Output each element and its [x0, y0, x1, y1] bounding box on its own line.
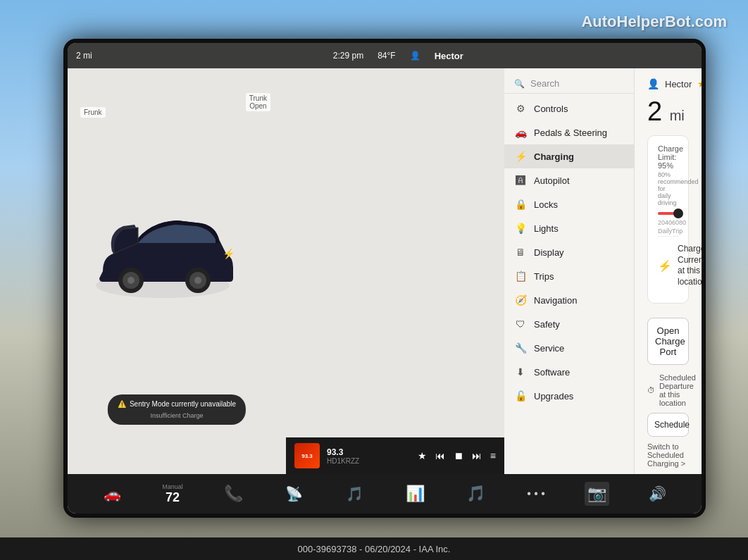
daily-label: Daily — [658, 228, 672, 235]
trip-label: Trip — [672, 228, 682, 235]
trips-icon: 📋 — [514, 270, 527, 282]
menu-item-trips[interactable]: 📋 Trips — [504, 264, 634, 288]
safety-label: Safety — [534, 319, 560, 330]
slider-mark-60: 60 — [672, 219, 679, 226]
favorite-button[interactable]: ★ — [418, 450, 427, 461]
taskbar-camera[interactable]: 📷 — [566, 482, 627, 506]
status-bar: 2 mi 2:29 pm 84°F 👤 Hector — [68, 43, 702, 68]
lights-label: Lights — [534, 223, 559, 234]
taskbar-volume[interactable]: 🔊 — [627, 485, 687, 502]
menu-item-safety[interactable]: 🛡 Safety — [504, 312, 634, 336]
service-label: Service — [534, 343, 564, 354]
bottom-bar: 000-39693738 - 06/20/2024 - IAA Inc. — [0, 537, 748, 560]
main-content: Frunk TrunkOpen — [68, 68, 702, 474]
car-image-container: ⚡ — [85, 201, 268, 342]
charging-icon: ⚡ — [514, 151, 527, 162]
charge-slider-thumb[interactable] — [673, 209, 683, 218]
software-label: Software — [534, 367, 570, 378]
search-icon: 🔍 — [514, 79, 525, 89]
upgrades-label: Upgrades — [534, 391, 573, 402]
charge-slider-track[interactable] — [658, 212, 678, 215]
taskbar-phone[interactable]: 📞 — [203, 485, 263, 503]
menu-item-pedals[interactable]: 🚗 Pedals & Steering — [504, 120, 634, 144]
next-button[interactable]: ⏭ — [472, 450, 482, 461]
upgrades-icon: 🔓 — [514, 390, 527, 402]
menu-item-autopilot[interactable]: 🅰 Autopilot — [504, 168, 634, 192]
status-distance: 2 mi — [76, 51, 92, 61]
menu-item-controls[interactable]: ⚙ Controls — [504, 97, 634, 120]
frunk-label: Frunk — [80, 107, 106, 118]
menu-item-lights[interactable]: 💡 Lights — [504, 216, 634, 240]
trunk-label: TrunkOpen — [246, 93, 270, 111]
menu-panel: 🔍 Search ⚙ Controls 🚗 Pedals & Steering … — [504, 68, 635, 474]
menu-item-service[interactable]: 🔧 Service — [504, 336, 634, 360]
taskbar-audio[interactable]: 🎵 — [324, 485, 385, 502]
menu-item-charging[interactable]: ⚡ Charging — [504, 144, 634, 168]
user-name: Hector — [665, 79, 692, 89]
taskbar-wifi[interactable]: 📡 — [263, 485, 324, 502]
status-temp: 84°F — [378, 51, 395, 61]
music-call: HD1KRZZ — [327, 457, 411, 465]
status-time: 2:29 pm — [333, 51, 363, 61]
camera-icon: 📷 — [585, 482, 609, 506]
range-display: 2 mi — [647, 97, 689, 127]
svg-point-6 — [194, 277, 201, 284]
locks-icon: 🔒 — [514, 199, 527, 210]
range-value: 2 — [647, 97, 662, 126]
tesla-screen: 2 mi 2:29 pm 84°F 👤 Hector Frunk TrunkOp… — [68, 43, 702, 514]
open-charge-port-button[interactable]: Open Charge Port — [647, 318, 689, 365]
phone-icon: 📞 — [224, 485, 243, 503]
stop-button[interactable]: ⏹ — [454, 450, 463, 461]
user-actions: ★ 👤 ✕ ⊞ — [697, 78, 702, 89]
prev-button[interactable]: ⏮ — [435, 450, 445, 461]
menu-item-navigation[interactable]: 🧭 Navigation — [504, 288, 634, 312]
taskbar-music[interactable]: 🎵 — [445, 485, 506, 503]
taskbar-temperature[interactable]: Manual 72 — [142, 483, 203, 505]
music-bar: 93.3 93.3 HD1KRZZ ★ ⏮ ⏹ ⏭ ≡ — [286, 437, 504, 474]
music-controls[interactable]: ★ ⏮ ⏹ ⏭ ≡ — [418, 450, 496, 461]
menu-item-upgrades[interactable]: 🔓 Upgrades — [504, 384, 634, 408]
slider-mark-20: 20 — [658, 219, 665, 226]
menu-button[interactable]: ≡ — [490, 450, 496, 461]
status-user-icon: 👤 — [410, 51, 420, 61]
software-icon: ⬇ — [514, 366, 527, 378]
taskbar-car[interactable]: 🚗 — [82, 485, 142, 502]
right-panel: 👤 Hector ★ 👤 ✕ ⊞ 2 mi Charge Lim — [635, 68, 702, 474]
car-panel: Frunk TrunkOpen — [68, 68, 286, 474]
menu-search[interactable]: 🔍 Search — [504, 74, 634, 94]
trips-label: Trips — [534, 271, 554, 282]
charge-limit-sub: 80% recommended for daily driving — [658, 171, 678, 206]
taskbar-more[interactable]: • • • — [506, 487, 566, 500]
more-icon: • • • — [527, 487, 545, 500]
search-label: Search — [530, 78, 559, 89]
menu-item-display[interactable]: 🖥 Display — [504, 240, 634, 264]
music-station: 93.3 — [327, 447, 411, 457]
star-icon[interactable]: ★ — [697, 78, 702, 89]
menu-item-locks[interactable]: 🔒 Locks — [504, 192, 634, 216]
music-app-icon: 🎵 — [466, 485, 485, 503]
range-unit: mi — [670, 108, 685, 123]
taskbar-equalizer[interactable]: 📊 — [385, 485, 445, 503]
clock-icon: ⏱ — [647, 386, 655, 394]
charging-label: Charging — [534, 151, 574, 162]
menu-item-software[interactable]: ⬇ Software — [504, 360, 634, 384]
svg-point-3 — [127, 277, 135, 284]
volume-icon: 🔊 — [649, 485, 666, 502]
service-icon: 🔧 — [514, 342, 527, 354]
wifi-icon: 📡 — [285, 485, 303, 502]
scheduled-label: Scheduled Departure at this location — [659, 373, 696, 407]
sentry-warning: ⚠️ Sentry Mode currently unavailable Ins… — [108, 394, 246, 425]
controls-label: Controls — [534, 104, 568, 114]
charge-mode-labels: Daily Trip — [658, 228, 678, 235]
scheduled-header: ⏱ Scheduled Departure at this location — [647, 373, 689, 407]
navigation-label: Navigation — [534, 295, 577, 306]
switch-charging-link[interactable]: Switch to Scheduled Charging > — [647, 442, 689, 468]
charge-current-label: Charge Current at this location — [678, 244, 702, 287]
album-art: 93.3 — [294, 443, 320, 468]
temp-value: 72 — [166, 490, 180, 505]
equalizer-icon: 📊 — [406, 485, 425, 503]
schedule-button[interactable]: Schedule — [647, 413, 689, 437]
scheduled-section: ⏱ Scheduled Departure at this location S… — [647, 373, 689, 468]
navigation-icon: 🧭 — [514, 294, 527, 306]
screen-bezel: 2 mi 2:29 pm 84°F 👤 Hector Frunk TrunkOp… — [63, 39, 706, 518]
